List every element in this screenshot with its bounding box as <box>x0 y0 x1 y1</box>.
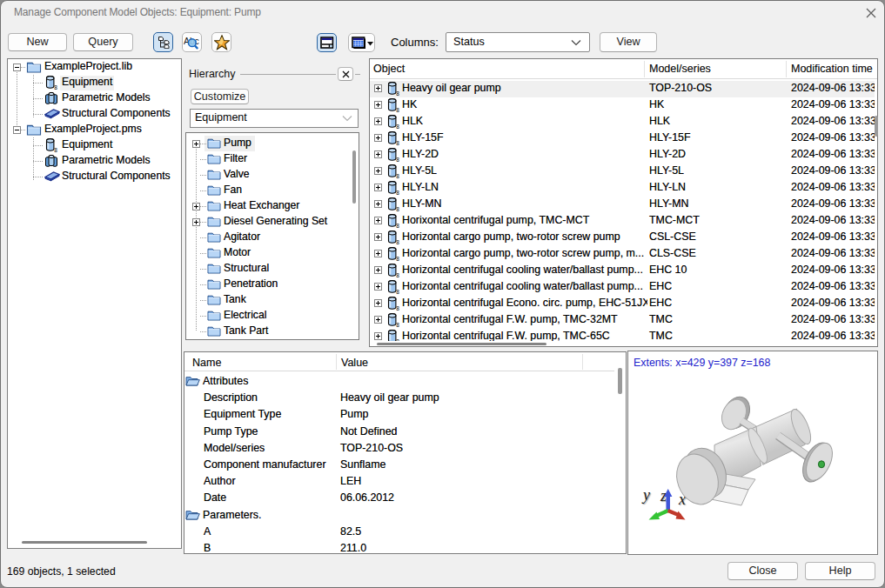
svg-text:8: 8 <box>396 223 399 228</box>
svg-text:8: 8 <box>396 272 399 277</box>
svg-text:8: 8 <box>54 147 57 152</box>
svg-text:8: 8 <box>396 239 399 244</box>
svg-text:8: 8 <box>396 256 399 261</box>
svg-text:8: 8 <box>396 173 399 178</box>
svg-text:8: 8 <box>54 84 57 90</box>
svg-text:8: 8 <box>396 289 399 294</box>
svg-text:y: y <box>641 486 650 504</box>
svg-text:8: 8 <box>396 338 399 341</box>
svg-text:8: 8 <box>396 90 399 96</box>
svg-text:8: 8 <box>396 140 399 145</box>
svg-text:8: 8 <box>396 157 399 162</box>
svg-text:8: 8 <box>396 124 399 129</box>
svg-text:8: 8 <box>396 190 399 195</box>
svg-text:8: 8 <box>396 107 399 112</box>
svg-text:8: 8 <box>396 322 399 327</box>
svg-text:8: 8 <box>396 305 399 311</box>
svg-text:8: 8 <box>396 206 399 211</box>
